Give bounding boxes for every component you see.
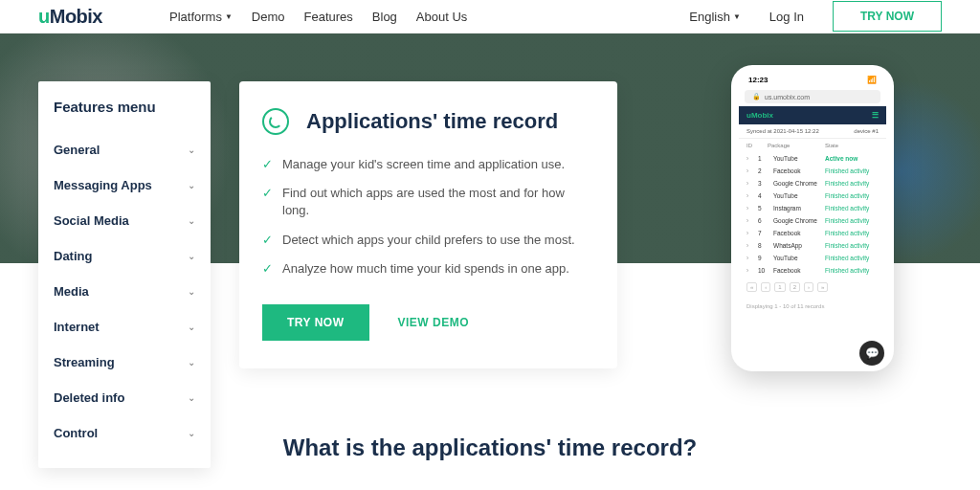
sidebar-item-media[interactable]: Media⌄ — [54, 274, 195, 309]
feature-text: Find out which apps are used the most an… — [282, 185, 594, 219]
menu-label: Social Media — [54, 213, 129, 228]
table-row: ›8WhatsAppFinished activity — [746, 239, 879, 252]
sidebar-item-messaging-apps[interactable]: Messaging Apps⌄ — [54, 167, 195, 203]
table-row: ›7FacebookFinished activity — [746, 227, 879, 239]
feature-text: Manage your kid's screen time and applic… — [282, 156, 565, 173]
check-icon: ✓ — [262, 186, 273, 200]
chat-bubble-button[interactable]: 💬 — [859, 341, 884, 366]
language-selector[interactable]: English▼ — [689, 10, 741, 24]
menu-label: Messaging Apps — [54, 178, 152, 192]
table-row: ›5InstagramFinished activity — [746, 202, 879, 214]
features-sidebar: Features menu General⌄Messaging Apps⌄Soc… — [38, 81, 211, 468]
phone-url-bar: 🔒us.umobix.com — [745, 90, 880, 103]
sidebar-item-deleted-info[interactable]: Deleted info⌄ — [54, 380, 195, 415]
card-title: Applications' time record — [306, 109, 558, 134]
timer-icon — [262, 108, 289, 135]
phone-time: 12:23 — [748, 76, 768, 84]
phone-brand-bar: uMobix☰ — [739, 106, 886, 124]
check-icon: ✓ — [262, 261, 273, 276]
chevron-down-icon: ⌄ — [188, 251, 195, 261]
table-row: ›10FacebookFinished activity — [746, 264, 879, 277]
nav-demo[interactable]: Demo — [252, 10, 285, 24]
table-row: ›4YouTubeFinished activity — [746, 189, 879, 202]
menu-label: Internet — [54, 320, 100, 334]
try-now-button[interactable]: TRY NOW — [262, 304, 369, 341]
sidebar-item-dating[interactable]: Dating⌄ — [54, 238, 195, 274]
menu-label: Dating — [54, 249, 92, 263]
check-icon: ✓ — [262, 157, 273, 171]
section-heading: What is the applications' time record? — [0, 434, 980, 461]
sidebar-item-streaming[interactable]: Streaming⌄ — [54, 345, 195, 380]
sidebar-item-social-media[interactable]: Social Media⌄ — [54, 203, 195, 238]
phone-pager: «‹12›» — [739, 277, 886, 298]
feature-item: ✓Detect which apps your child prefers to… — [262, 232, 594, 249]
nav-platforms[interactable]: Platforms▼ — [169, 10, 233, 24]
signal-icon: 📶 — [867, 76, 877, 84]
chevron-down-icon: ⌄ — [188, 215, 195, 226]
feature-item: ✓Find out which apps are used the most a… — [262, 185, 594, 219]
table-row: ›9YouTubeFinished activity — [746, 252, 879, 264]
chevron-down-icon: ⌄ — [188, 357, 195, 368]
chevron-down-icon: ⌄ — [188, 180, 195, 190]
view-demo-link[interactable]: VIEW DEMO — [398, 316, 470, 329]
table-row: ›3Google ChromeFinished activity — [746, 177, 879, 189]
feature-card: Applications' time record ✓Manage your k… — [239, 81, 617, 368]
login-link[interactable]: Log In — [769, 10, 804, 24]
nav-about[interactable]: About Us — [416, 10, 467, 24]
feature-text: Detect which apps your child prefers to … — [282, 232, 575, 249]
table-row: ›2FacebookFinished activity — [746, 165, 879, 177]
table-row: ›1YouTubeActive now — [746, 152, 879, 165]
feature-item: ✓Analyze how much time your kid spends i… — [262, 260, 594, 278]
nav-blog[interactable]: Blog — [372, 10, 397, 24]
table-row: ›6Google ChromeFinished activity — [746, 214, 879, 227]
menu-label: Deleted info — [54, 390, 124, 405]
nav-features[interactable]: Features — [304, 10, 353, 24]
chevron-down-icon: ▼ — [733, 12, 741, 21]
sidebar-title: Features menu — [54, 99, 195, 115]
chevron-down-icon: ⌄ — [188, 322, 195, 332]
phone-sync-bar: Synced at 2021-04-15 12:22device #1 — [739, 124, 886, 139]
logo[interactable]: uMobix — [38, 6, 102, 28]
sidebar-item-internet[interactable]: Internet⌄ — [54, 309, 195, 345]
phone-mockup: 12:23📶 🔒us.umobix.com uMobix☰ Synced at … — [731, 65, 894, 371]
sidebar-item-general[interactable]: General⌄ — [54, 132, 195, 167]
chevron-down-icon: ⌄ — [188, 392, 195, 403]
check-icon: ✓ — [262, 233, 273, 247]
feature-text: Analyze how much time your kid spends in… — [282, 260, 569, 278]
menu-label: General — [54, 143, 100, 157]
chevron-down-icon: ⌄ — [188, 286, 195, 297]
chevron-down-icon: ⌄ — [188, 145, 195, 155]
menu-label: Media — [54, 284, 89, 299]
try-now-header-button[interactable]: TRY NOW — [833, 1, 942, 32]
menu-label: Streaming — [54, 355, 115, 369]
chevron-down-icon: ▼ — [225, 12, 233, 21]
feature-item: ✓Manage your kid's screen time and appli… — [262, 156, 594, 173]
